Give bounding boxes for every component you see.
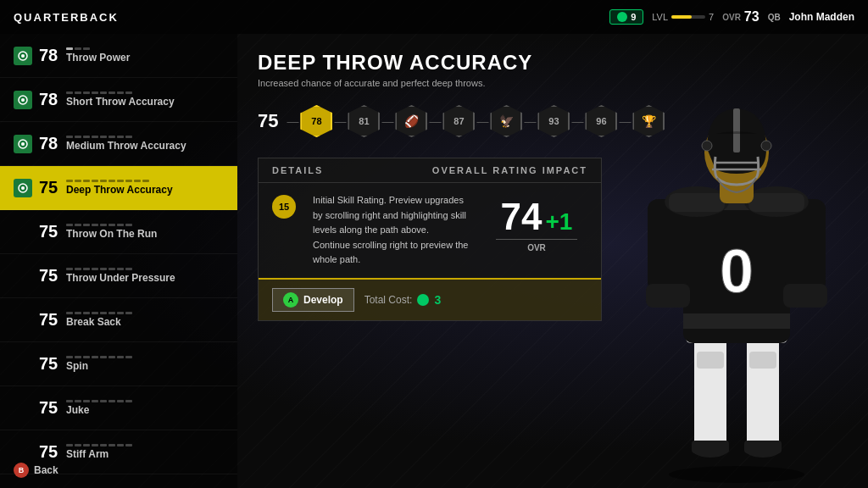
cost-value: 3 [434, 293, 441, 307]
path-arrow-7: — [619, 114, 631, 128]
dot-4-6 [117, 224, 124, 226]
ovr-impact-header-label: OVERALL RATING IMPACT [432, 165, 587, 175]
total-cost-label: Total Cost: [364, 294, 413, 306]
dot-6-2 [83, 312, 90, 314]
player-name: John Madden [789, 11, 854, 23]
dot-2-0 [66, 136, 73, 138]
skill-info-2: Medium Throw Accuracy [66, 136, 224, 152]
dot-6-5 [108, 312, 115, 314]
skill-info-7: Spin [66, 356, 224, 372]
svg-rect-14 [744, 441, 782, 453]
svg-rect-13 [692, 441, 729, 453]
path-node-5[interactable]: 93 [537, 105, 570, 137]
dot-9-3 [92, 444, 98, 446]
svg-rect-25 [646, 284, 690, 308]
dot-7-2 [83, 356, 90, 358]
dot-1-3 [92, 92, 98, 94]
svg-point-36 [702, 141, 712, 151]
dot-3-1 [75, 180, 81, 182]
dot-5-0 [66, 268, 73, 270]
details-label: DETAILS [272, 165, 323, 175]
skill-value-8: 75 [39, 398, 66, 418]
dot-8-3 [92, 400, 98, 402]
dot-1-1 [75, 92, 81, 94]
back-button[interactable]: B Back [14, 463, 58, 478]
skill-value-3: 75 [39, 178, 66, 197]
sidebar-skill-item-2[interactable]: 78 Medium Throw Accuracy [0, 122, 237, 166]
dot-7-1 [75, 356, 81, 358]
path-node-1[interactable]: 81 [348, 105, 380, 137]
svg-point-8 [669, 466, 804, 483]
path-arrow-2: — [381, 114, 393, 128]
dot-0-2 [83, 47, 90, 50]
dot-2-4 [100, 136, 107, 138]
ovr-sub-label: OVR [486, 243, 587, 252]
lvl-bar [671, 15, 705, 19]
svg-text:0: 0 [720, 237, 754, 305]
sidebar-skill-item-0[interactable]: 78 Throw Power [0, 34, 237, 78]
path-arrow-1: — [334, 114, 346, 128]
sidebar-skill-item-4[interactable]: 75 Throw On The Run [0, 210, 237, 254]
dot-2-3 [92, 136, 98, 138]
dot-6-4 [100, 312, 107, 314]
sidebar-skill-item-5[interactable]: 75 Throw Under Pressure [0, 254, 237, 298]
path-arrow-3: — [429, 114, 441, 128]
path-node-4[interactable]: 🦅 [490, 105, 522, 137]
skill-info-1: Short Throw Accuracy [66, 92, 224, 108]
path-node-0[interactable]: 78 [300, 105, 332, 137]
dot-7-7 [125, 356, 132, 358]
dot-8-2 [83, 400, 90, 402]
skill-value-1: 78 [39, 90, 66, 109]
dot-8-6 [117, 400, 124, 402]
cost-currency-icon [417, 294, 429, 306]
ovr-plus-value: +1 [546, 210, 573, 234]
dot-2-1 [75, 136, 81, 138]
skill-info-0: Throw Power [66, 47, 224, 64]
skill-name-3: Deep Throw Accuracy [66, 184, 224, 196]
dot-7-4 [100, 356, 107, 358]
dot-5-7 [125, 268, 132, 270]
sidebar-skill-item-3[interactable]: 75 Deep Throw Accuracy [0, 166, 237, 210]
skill-name-7: Spin [66, 360, 224, 372]
lvl-value: 7 [709, 12, 714, 22]
skill-info-3: Deep Throw Accuracy [66, 180, 224, 196]
ovr-impact-value: 74 +1 [486, 198, 587, 236]
skill-name-9: Stiff Arm [66, 448, 224, 460]
sidebar-skill-item-6[interactable]: 75 Break Sack [0, 298, 237, 342]
dot-6-1 [75, 312, 81, 314]
develop-button[interactable]: A Develop [272, 288, 354, 312]
sidebar-skill-item-7[interactable]: 75 Spin [0, 342, 237, 386]
svg-rect-15 [697, 352, 724, 369]
sidebar-skill-item-1[interactable]: 78 Short Throw Accuracy [0, 78, 237, 122]
main-content: DEEP THROW ACCURACY Increased chance of … [237, 34, 622, 488]
dot-5-3 [92, 268, 98, 270]
svg-point-7 [21, 186, 25, 190]
lvl-label: LVL [652, 12, 668, 22]
path-node-6[interactable]: 96 [585, 105, 617, 137]
skill-value-4: 75 [39, 222, 66, 241]
ovr-impact: 74 +1 OVR [486, 193, 587, 252]
sidebar-skill-item-8[interactable]: 75 Juke [0, 386, 237, 430]
skill-icon-3 [14, 179, 32, 197]
lvl-bar-fill [671, 15, 692, 19]
a-button-icon: A [283, 292, 298, 308]
path-node-3[interactable]: 87 [442, 105, 475, 137]
details-panel: DETAILS OVERALL RATING IMPACT 15 Initial… [258, 158, 602, 321]
svg-rect-10 [747, 330, 779, 449]
dot-9-0 [66, 444, 73, 446]
page-title: QUARTERBACK [14, 11, 119, 24]
dot-9-6 [117, 444, 124, 446]
dot-4-7 [125, 224, 132, 226]
dot-1-7 [125, 92, 132, 94]
dot-0-1 [75, 47, 81, 50]
skill-info-4: Throw On The Run [66, 224, 224, 240]
dot-6-7 [125, 312, 132, 314]
dot-2-5 [108, 136, 115, 138]
svg-point-1 [21, 54, 25, 58]
svg-point-37 [761, 141, 771, 151]
skill-name-6: Break Sack [66, 316, 224, 328]
path-node-2[interactable]: 🏈 [395, 105, 427, 137]
svg-point-5 [21, 142, 25, 146]
dot-6-3 [92, 312, 98, 314]
dot-5-1 [75, 268, 81, 270]
